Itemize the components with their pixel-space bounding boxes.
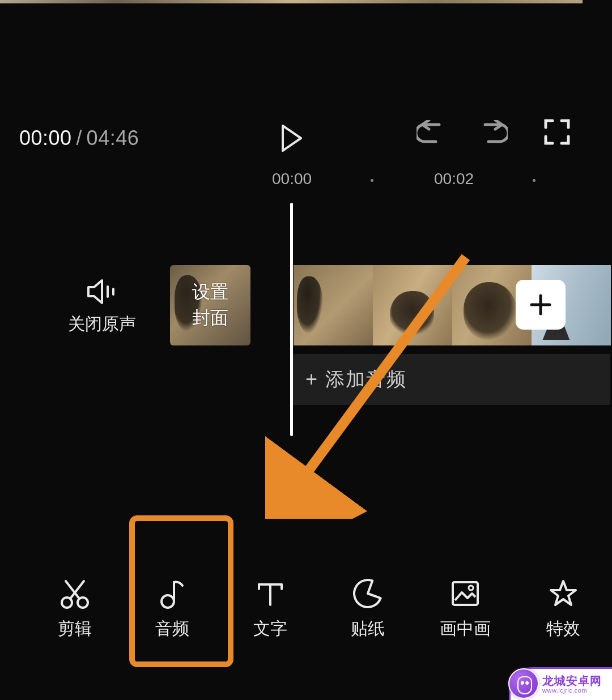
picture-in-picture-icon bbox=[449, 578, 481, 609]
clip-frame[interactable] bbox=[373, 265, 452, 345]
tool-label: 画中画 bbox=[440, 617, 491, 641]
ruler-tick bbox=[371, 179, 373, 182]
svg-point-8 bbox=[469, 586, 473, 590]
clip-frame[interactable] bbox=[294, 265, 373, 345]
tool-text[interactable]: 文字 bbox=[222, 570, 319, 641]
add-audio-button[interactable]: + 添加音频 bbox=[293, 354, 610, 405]
plus-icon bbox=[529, 293, 552, 316]
undo-icon[interactable] bbox=[416, 120, 444, 145]
ruler-mark: 00:00 bbox=[272, 170, 312, 188]
cover-label-line2: 封面 bbox=[192, 306, 228, 331]
tool-label: 剪辑 bbox=[58, 617, 92, 641]
svg-point-6 bbox=[162, 595, 174, 608]
tool-sticker[interactable]: 贴纸 bbox=[319, 570, 416, 641]
tool-effects[interactable]: 特效 bbox=[515, 570, 612, 641]
video-preview-sliver bbox=[0, 0, 583, 3]
mute-original-label: 关闭原声 bbox=[68, 313, 136, 336]
redo-icon[interactable] bbox=[481, 120, 508, 145]
plus-icon: + bbox=[305, 369, 317, 390]
time-total: 04:46 bbox=[87, 126, 139, 150]
timeline-ruler[interactable]: 00:00 00:02 bbox=[0, 170, 583, 193]
ruler-mark: 00:02 bbox=[434, 170, 474, 188]
tool-label: 特效 bbox=[546, 617, 580, 641]
tool-pip[interactable]: 画中画 bbox=[416, 570, 514, 641]
time-current: 00:00 bbox=[19, 126, 72, 150]
text-icon bbox=[254, 578, 286, 609]
tool-label: 贴纸 bbox=[351, 617, 385, 641]
add-clip-button[interactable] bbox=[516, 280, 566, 330]
svg-rect-7 bbox=[453, 582, 478, 605]
time-separator: / bbox=[76, 126, 82, 150]
tool-edit[interactable]: 剪辑 bbox=[26, 570, 124, 641]
star-icon bbox=[547, 578, 579, 609]
sticker-icon bbox=[352, 578, 384, 609]
music-note-icon bbox=[156, 578, 188, 609]
scissors-icon bbox=[59, 578, 91, 609]
mute-original-button[interactable]: 关闭原声 bbox=[68, 279, 136, 336]
watermark-mascot-icon bbox=[508, 668, 539, 699]
fullscreen-icon[interactable] bbox=[544, 119, 570, 145]
tool-label: 文字 bbox=[253, 617, 287, 641]
tool-label: 音频 bbox=[155, 617, 189, 641]
add-audio-label: 添加音频 bbox=[325, 366, 407, 392]
playback-controls: 00:00 / 04:46 bbox=[0, 113, 583, 163]
set-cover-button[interactable]: 设置 封面 bbox=[170, 265, 250, 345]
ruler-tick bbox=[533, 179, 536, 182]
watermark: 龙城安卓网 www.lcjrlc.com bbox=[509, 643, 612, 700]
cover-label-line1: 设置 bbox=[192, 280, 228, 305]
play-icon[interactable] bbox=[280, 125, 303, 152]
watermark-title: 龙城安卓网 bbox=[542, 675, 602, 687]
watermark-url: www.lcjrlc.com bbox=[542, 687, 602, 694]
speaker-icon bbox=[86, 279, 118, 305]
playhead[interactable] bbox=[290, 203, 293, 436]
tool-audio[interactable]: 音频 bbox=[124, 570, 221, 641]
